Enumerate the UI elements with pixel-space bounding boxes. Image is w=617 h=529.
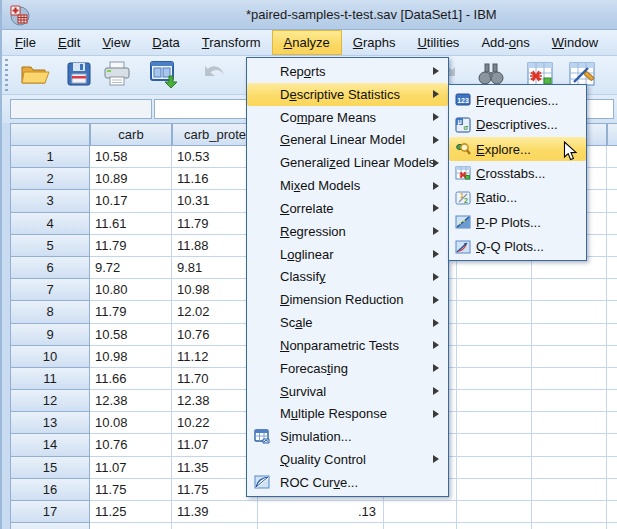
data-cell[interactable]: 11.75 <box>90 479 172 501</box>
column-header-blank[interactable] <box>10 123 90 146</box>
data-cell[interactable] <box>457 390 532 412</box>
data-cell[interactable]: 10.98 <box>90 346 172 368</box>
row-header[interactable]: 11 <box>10 368 90 390</box>
submenu-item-frequencies[interactable]: 123Frequencies... <box>449 88 586 112</box>
row-header[interactable]: 17 <box>10 501 90 523</box>
data-cell[interactable] <box>384 523 457 529</box>
print-button[interactable] <box>100 59 134 92</box>
analyze-menu-item-reports[interactable]: Reports <box>247 60 448 83</box>
analyze-menu-item-general-linear-model[interactable]: General Linear Model <box>247 128 448 151</box>
undo-button[interactable] <box>198 59 232 92</box>
data-cell[interactable]: 12.38 <box>90 390 172 412</box>
data-cell[interactable]: 10.15 <box>90 523 172 529</box>
toolbar-grip[interactable] <box>5 59 8 92</box>
data-cell[interactable] <box>457 412 532 434</box>
cell-name-field[interactable] <box>10 99 152 119</box>
column-header-carb[interactable]: carb <box>90 123 172 146</box>
row-header[interactable]: 3 <box>10 190 90 212</box>
data-cell[interactable] <box>457 368 532 390</box>
data-cell[interactable]: .13 <box>258 501 384 523</box>
data-cell[interactable] <box>607 257 617 279</box>
row-header[interactable]: 5 <box>10 235 90 257</box>
column-header-blank[interactable] <box>607 123 617 146</box>
data-cell[interactable] <box>532 434 607 456</box>
data-cell[interactable] <box>607 457 617 479</box>
data-cell[interactable]: 10.58 <box>90 146 172 168</box>
data-cell[interactable] <box>607 434 617 456</box>
analyze-menu-item-simulation[interactable]: Simulation... <box>247 425 448 448</box>
data-cell[interactable]: 10.58 <box>90 324 172 346</box>
row-header[interactable]: 16 <box>10 479 90 501</box>
analyze-menu-item-compare-means[interactable]: Compare Means <box>247 106 448 129</box>
data-cell[interactable] <box>532 324 607 346</box>
data-cell[interactable] <box>532 412 607 434</box>
row-header[interactable]: 9 <box>10 324 90 346</box>
data-cell[interactable] <box>607 412 617 434</box>
data-cell[interactable] <box>607 346 617 368</box>
menubar-item-analyze[interactable]: Analyze <box>272 30 342 55</box>
analyze-menu-item-quality-control[interactable]: Quality Control <box>247 448 448 471</box>
data-cell[interactable]: 10.84 <box>172 523 258 529</box>
menubar-item-transform[interactable]: Transform <box>191 30 272 55</box>
analyze-menu-item-loglinear[interactable]: Loglinear <box>247 243 448 266</box>
data-cell[interactable] <box>457 434 532 456</box>
data-cell[interactable] <box>457 523 532 529</box>
save-file-button[interactable] <box>62 59 96 92</box>
row-header[interactable]: 12 <box>10 390 90 412</box>
analyze-menu-item-classify[interactable]: Classify <box>247 265 448 288</box>
data-cell[interactable] <box>532 457 607 479</box>
menubar-item-help[interactable]: Help <box>609 30 617 55</box>
data-cell[interactable] <box>607 190 617 212</box>
open-file-button[interactable] <box>18 59 52 92</box>
menubar-item-edit[interactable]: Edit <box>47 30 91 55</box>
data-cell[interactable] <box>384 501 457 523</box>
data-cell[interactable] <box>457 301 532 323</box>
submenu-item-p-p-plots[interactable]: P-P Plots... <box>449 210 586 234</box>
row-header[interactable]: 6 <box>10 257 90 279</box>
data-cell[interactable]: 10.89 <box>90 168 172 190</box>
data-cell[interactable] <box>457 501 532 523</box>
row-header[interactable]: 10 <box>10 346 90 368</box>
data-cell[interactable] <box>607 279 617 301</box>
data-cell[interactable]: 11.79 <box>90 235 172 257</box>
data-cell[interactable] <box>457 279 532 301</box>
data-cell[interactable] <box>607 168 617 190</box>
data-cell[interactable] <box>607 301 617 323</box>
data-cell[interactable] <box>607 324 617 346</box>
analyze-menu-item-forecasting[interactable]: Forecasting <box>247 357 448 380</box>
data-cell[interactable]: 10.17 <box>90 190 172 212</box>
data-cell[interactable]: 10.80 <box>90 279 172 301</box>
data-cell[interactable] <box>607 479 617 501</box>
data-cell[interactable]: 10.76 <box>90 434 172 456</box>
data-cell[interactable]: 11.07 <box>90 457 172 479</box>
row-header[interactable]: 13 <box>10 412 90 434</box>
data-cell[interactable]: 11.61 <box>90 213 172 235</box>
menubar-item-view[interactable]: View <box>91 30 141 55</box>
data-cell[interactable] <box>457 346 532 368</box>
row-header[interactable]: 8 <box>10 301 90 323</box>
analyze-menu-item-dimension-reduction[interactable]: Dimension Reduction <box>247 288 448 311</box>
submenu-item-ratio[interactable]: 12Ratio... <box>449 186 586 210</box>
menubar-item-add-ons[interactable]: Add-ons <box>470 30 540 55</box>
data-cell[interactable]: 11.79 <box>90 301 172 323</box>
data-cell[interactable] <box>607 390 617 412</box>
data-cell[interactable]: 11.66 <box>90 368 172 390</box>
data-cell[interactable]: 10.08 <box>90 412 172 434</box>
analyze-menu-item-generalized-linear-models[interactable]: Generalized Linear Models <box>247 151 448 174</box>
recall-dialogs-button[interactable] <box>146 59 180 92</box>
data-cell[interactable] <box>457 479 532 501</box>
data-cell[interactable] <box>532 501 607 523</box>
data-cell[interactable] <box>457 457 532 479</box>
analyze-menu-item-survival[interactable]: Survival <box>247 380 448 403</box>
analyze-menu-item-multiple-response[interactable]: Multiple Response <box>247 402 448 425</box>
analyze-menu-item-roc-curve[interactable]: ROC Curve... <box>247 471 448 494</box>
data-cell[interactable] <box>532 301 607 323</box>
row-header[interactable]: 1 <box>10 146 90 168</box>
analyze-menu-item-nonparametric-tests[interactable]: Nonparametric Tests <box>247 334 448 357</box>
row-header[interactable]: 4 <box>10 213 90 235</box>
data-cell[interactable] <box>607 368 617 390</box>
row-header[interactable]: 7 <box>10 279 90 301</box>
data-cell[interactable]: 11.39 <box>172 501 258 523</box>
menubar-item-data[interactable]: Data <box>141 30 190 55</box>
analyze-menu-item-descriptive-statistics[interactable]: Descriptive Statistics <box>247 83 448 106</box>
